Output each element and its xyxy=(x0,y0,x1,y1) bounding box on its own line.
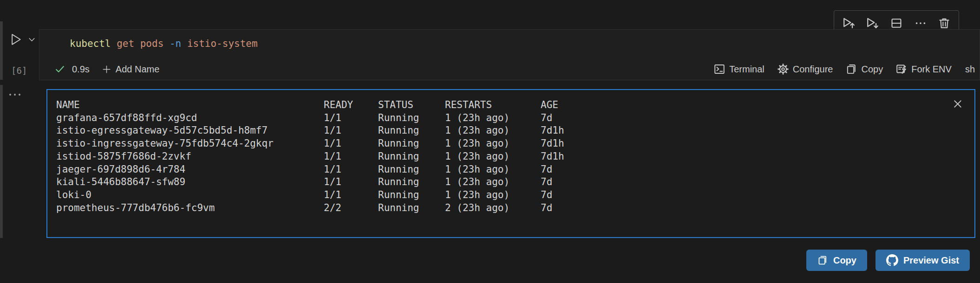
pod-age: 7d xyxy=(541,189,942,202)
pod-name: jaeger-697d898d6-4r784 xyxy=(56,163,324,176)
table-row: loki-01/1Running1 (23h ago)7d xyxy=(56,189,942,202)
pod-age: 7d1h xyxy=(541,124,942,137)
output-focus-bar xyxy=(0,85,3,238)
copy-cell-label: Copy xyxy=(861,64,883,75)
close-icon xyxy=(952,98,963,109)
table-row: istio-ingressgateway-75fdb574c4-2gkqr1/1… xyxy=(56,137,942,150)
pod-age: 7d xyxy=(541,163,942,176)
copy-output-label: Copy xyxy=(833,255,856,266)
copy-output-button[interactable]: Copy xyxy=(806,250,867,271)
cell-status-bar: 0.9s Add Name Terminal xyxy=(39,58,980,80)
col-header-status: STATUS xyxy=(378,99,445,112)
col-header-age: AGE xyxy=(541,99,942,112)
pod-restarts: 1 (23h ago) xyxy=(445,137,541,150)
copy-icon xyxy=(817,255,828,266)
code-token: get pods xyxy=(111,38,170,49)
table-row: jaeger-697d898d6-4r7841/1Running1 (23h a… xyxy=(56,163,942,176)
code-token: kubectl xyxy=(70,38,111,49)
preview-gist-button[interactable]: Preview Gist xyxy=(875,250,970,271)
pod-age: 7d xyxy=(541,176,942,189)
output-footer-actions: Copy Preview Gist xyxy=(806,250,970,271)
pod-status: Running xyxy=(378,176,445,189)
fork-env-button[interactable]: Fork ENV xyxy=(895,63,952,75)
pod-age: 7d1h xyxy=(541,137,942,150)
pod-name: istio-egressgateway-5d57c5bd5d-h8mf7 xyxy=(56,124,324,137)
terminal-label: Terminal xyxy=(729,64,764,75)
status-right: Terminal Configure xyxy=(713,63,975,75)
close-output-button[interactable] xyxy=(951,97,964,110)
language-mode-label[interactable]: sh xyxy=(965,64,975,75)
pod-ready: 1/1 xyxy=(324,189,378,202)
table-header-row: NAME READY STATUS RESTARTS AGE xyxy=(56,99,942,112)
pod-status: Running xyxy=(378,150,445,163)
table-row: prometheus-777db476b6-fc9vm2/2Running2 (… xyxy=(56,202,942,215)
pod-name: loki-0 xyxy=(56,189,324,202)
code-line[interactable]: kubectl get pods -n istio-system xyxy=(70,38,258,49)
pod-status: Running xyxy=(378,137,445,150)
pod-status: Running xyxy=(378,202,445,215)
table-row: istio-egressgateway-5d57c5bd5d-h8mf71/1R… xyxy=(56,124,942,137)
table-row: istiod-5875f7686d-2zvkf1/1Running1 (23h … xyxy=(56,150,942,163)
gear-icon xyxy=(777,63,789,75)
trash-icon xyxy=(938,17,951,30)
col-header-ready: READY xyxy=(324,99,378,112)
copy-cell-button[interactable]: Copy xyxy=(845,63,883,75)
pod-age: 7d xyxy=(541,112,942,125)
code-token: -n xyxy=(170,38,181,49)
pod-name: prometheus-777db476b6-fc9vm xyxy=(56,202,324,215)
terminal-icon xyxy=(713,63,725,75)
pod-name: kiali-5446b88647-sfw89 xyxy=(56,176,324,189)
terminal-button[interactable]: Terminal xyxy=(713,63,764,75)
pod-ready: 1/1 xyxy=(324,137,378,150)
pod-age: 7d xyxy=(541,202,942,215)
pod-restarts: 1 (23h ago) xyxy=(445,124,541,137)
ellipsis-icon xyxy=(914,17,927,30)
col-header-name: NAME xyxy=(56,99,324,112)
fork-env-label: Fork ENV xyxy=(911,64,952,75)
pod-restarts: 1 (23h ago) xyxy=(445,189,541,202)
execute-below-icon xyxy=(865,16,879,30)
execution-count: [6] xyxy=(11,65,27,76)
github-icon xyxy=(886,254,898,266)
pods-table: NAME READY STATUS RESTARTS AGE grafana-6… xyxy=(56,99,942,214)
pod-restarts: 2 (23h ago) xyxy=(445,202,541,215)
pod-status: Running xyxy=(378,189,445,202)
table-row: kiali-5446b88647-sfw891/1Running1 (23h a… xyxy=(56,176,942,189)
pod-name: grafana-657df88ffd-xg9cd xyxy=(56,112,324,125)
configure-label: Configure xyxy=(793,64,833,75)
pod-ready: 1/1 xyxy=(324,150,378,163)
pod-status: Running xyxy=(378,112,445,125)
add-name-button[interactable]: Add Name xyxy=(102,64,160,75)
pod-restarts: 1 (23h ago) xyxy=(445,112,541,125)
pod-restarts: 1 (23h ago) xyxy=(445,176,541,189)
pod-status: Running xyxy=(378,124,445,137)
success-check-icon xyxy=(54,64,65,75)
split-cell-icon xyxy=(890,17,903,30)
configure-button[interactable]: Configure xyxy=(777,63,833,75)
pod-ready: 1/1 xyxy=(324,176,378,189)
cell-output: NAME READY STATUS RESTARTS AGE grafana-6… xyxy=(46,89,975,238)
preview-gist-label: Preview Gist xyxy=(903,255,959,266)
pod-restarts: 1 (23h ago) xyxy=(445,163,541,176)
pod-ready: 1/1 xyxy=(324,124,378,137)
table-row: grafana-657df88ffd-xg9cd1/1Running1 (23h… xyxy=(56,112,942,125)
code-cell: kubectl get pods -n istio-system 0.9s Ad… xyxy=(39,29,980,80)
notebook-cell-region: [6] kubectl get pods -n istio-system 0.9… xyxy=(0,0,980,283)
status-left: 0.9s Add Name xyxy=(54,64,159,75)
cell-focus-bar xyxy=(0,21,3,80)
play-icon xyxy=(9,32,22,46)
pod-restarts: 1 (23h ago) xyxy=(445,150,541,163)
output-menu-button[interactable] xyxy=(7,90,23,99)
run-cell-button[interactable] xyxy=(9,32,36,46)
execute-above-icon xyxy=(842,16,856,30)
execution-duration: 0.9s xyxy=(72,64,90,75)
pod-ready: 1/1 xyxy=(324,112,378,125)
pod-name: istiod-5875f7686d-2zvkf xyxy=(56,150,324,163)
copy-icon xyxy=(845,63,857,75)
chevron-down-icon[interactable] xyxy=(28,36,36,44)
pod-ready: 1/1 xyxy=(324,163,378,176)
pod-name: istio-ingressgateway-75fdb574c4-2gkqr xyxy=(56,137,324,150)
fork-env-icon xyxy=(895,63,908,75)
ellipsis-icon xyxy=(8,92,21,97)
add-name-label: Add Name xyxy=(116,64,160,75)
